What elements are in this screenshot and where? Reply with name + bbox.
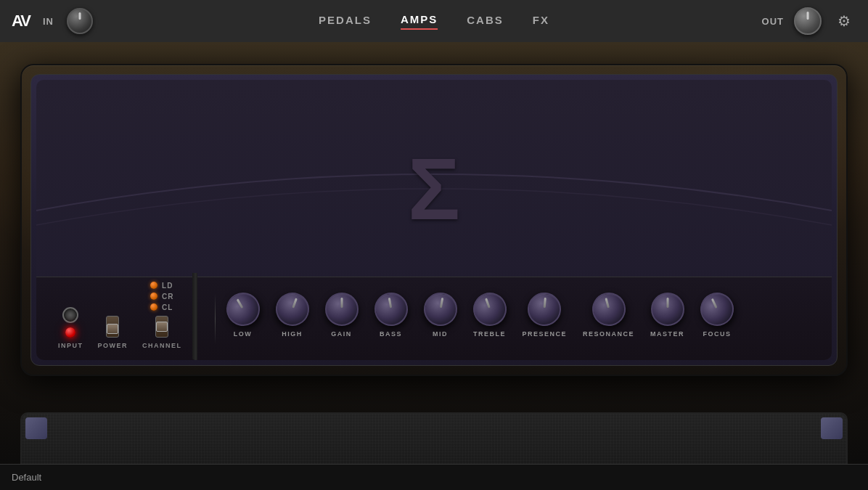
out-label: OUT [762, 16, 784, 27]
in-label: IN [43, 16, 54, 27]
nav-item-pedals[interactable]: PEDALS [319, 14, 372, 29]
knob-master[interactable] [651, 293, 684, 326]
gear-icon: ⚙ [838, 12, 851, 30]
knob-low[interactable] [220, 287, 266, 332]
knob-group-master: MASTER [650, 293, 684, 338]
channel-row-ld: LD [150, 282, 173, 290]
knob-label-low: LOW [234, 330, 253, 338]
controls-right: LOWHIGHGAINBASSMIDTREBLEPRESENCERESONANC… [226, 293, 810, 345]
channel-led-cr [150, 293, 157, 300]
power-label: POWER [98, 342, 128, 349]
channel-led-cl [150, 303, 157, 311]
knob-label-resonance: RESONANCE [583, 330, 634, 338]
main-content: Σ INPUT [0, 42, 868, 490]
amp-container: Σ INPUT [20, 64, 848, 376]
channel-row-cl: CL [150, 303, 173, 311]
knob-group-high: HIGH [276, 293, 309, 338]
knob-group-bass: BASS [374, 293, 408, 338]
channel-label-cl: CL [162, 303, 173, 311]
topbar: AV IN PEDALSAMPSCABSFX OUT ⚙ [0, 0, 868, 42]
nav-item-fx[interactable]: FX [533, 14, 549, 29]
amp-head: Σ INPUT [20, 64, 848, 376]
power-group: POWER [98, 316, 128, 349]
nav-item-amps[interactable]: AMPS [401, 13, 438, 30]
power-switch[interactable] [106, 316, 119, 338]
knob-label-bass: BASS [380, 330, 402, 338]
channel-toggle-switch[interactable] [155, 316, 168, 338]
input-led [65, 327, 75, 338]
knob-bass[interactable] [372, 290, 410, 328]
topbar-left: AV IN [12, 8, 93, 34]
control-panel: INPUT POWER [36, 277, 832, 360]
status-text: Default [12, 472, 41, 483]
cab-corner-top-left [25, 417, 47, 439]
knob-group-treble: TREBLE [473, 293, 507, 338]
knob-group-resonance: RESONANCE [583, 293, 634, 338]
knob-group-mid: MID [424, 293, 457, 338]
channel-label-cr: CR [162, 293, 173, 301]
cable-decoration [181, 273, 210, 360]
app-logo: AV [12, 12, 30, 30]
knob-treble[interactable] [468, 288, 511, 331]
channel-led-ld [150, 282, 157, 289]
input-jack[interactable] [62, 307, 78, 323]
amp-logo: Σ [408, 145, 460, 232]
power-knob-handle [107, 324, 118, 334]
knob-label-gain: GAIN [331, 330, 352, 338]
nav-bar: PEDALSAMPSCABSFX [319, 13, 549, 30]
channel-label-ld: LD [162, 282, 173, 290]
knob-group-gain: GAIN [325, 293, 359, 338]
bottom-status-bar: Default [0, 464, 868, 490]
nav-item-cabs[interactable]: CABS [467, 14, 504, 29]
knob-resonance[interactable] [588, 289, 629, 330]
amp-inner: Σ INPUT [36, 80, 832, 360]
knob-focus[interactable] [695, 287, 739, 331]
knob-group-focus: FOCUS [700, 293, 734, 338]
input-group: INPUT [58, 307, 83, 349]
knob-presence[interactable] [526, 291, 562, 327]
input-knob[interactable] [67, 8, 93, 34]
knob-mid[interactable] [421, 290, 459, 328]
knob-label-presence: PRESENCE [523, 330, 568, 338]
knob-label-master: MASTER [650, 330, 684, 338]
knob-group-low: LOW [226, 293, 260, 338]
knob-high[interactable] [271, 288, 314, 331]
knob-label-treble: TREBLE [473, 330, 506, 338]
panel-divider [215, 293, 216, 344]
channel-group: LDCRCL CHANNEL [142, 282, 182, 349]
knob-label-mid: MID [433, 330, 448, 338]
knob-group-presence: PRESENCE [523, 293, 568, 338]
channel-label: CHANNEL [142, 342, 182, 349]
controls-left: INPUT POWER [58, 282, 182, 356]
knob-label-high: HIGH [282, 330, 303, 338]
settings-button[interactable]: ⚙ [832, 9, 856, 33]
channel-indicators: LDCRCL [150, 282, 173, 311]
input-label: INPUT [58, 342, 83, 349]
knob-gain[interactable] [325, 293, 359, 326]
channel-row-cr: CR [150, 293, 173, 301]
channel-knob-handle [156, 322, 168, 332]
topbar-right: OUT ⚙ [762, 7, 856, 35]
knob-label-focus: FOCUS [703, 330, 732, 338]
cab-corner-top-right [821, 417, 843, 439]
output-knob[interactable] [794, 7, 822, 35]
